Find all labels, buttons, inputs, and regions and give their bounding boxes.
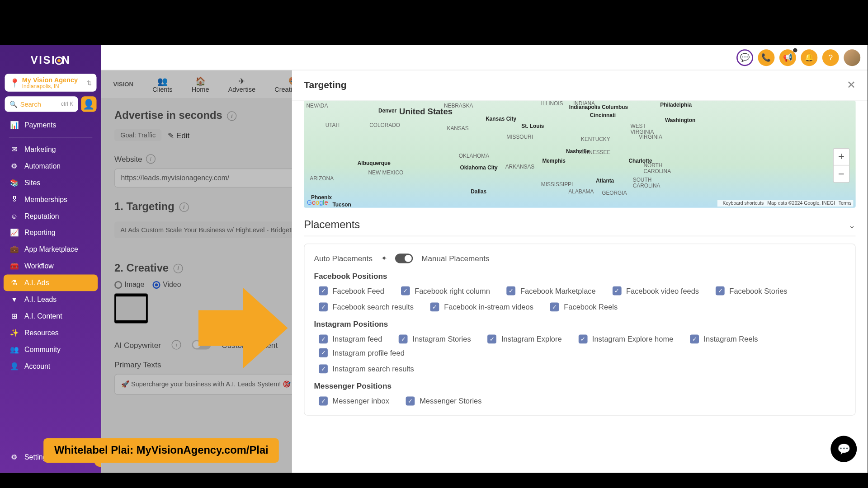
people-icon: 👥 [9, 345, 20, 353]
checkbox-ig-explore-home[interactable]: ✓Instagram Explore home [579, 335, 674, 344]
checkbox-ig-profile[interactable]: ✓Instagram profile feed [319, 348, 405, 357]
placements-title: Placements [304, 219, 360, 231]
checkbox-fb-instream[interactable]: ✓Facebook in-stream videos [430, 302, 533, 311]
search-shortcut: ctrl K [61, 101, 73, 107]
facebook-positions-title: Facebook Positions [314, 272, 846, 281]
chat-button[interactable]: 💬 [736, 49, 753, 66]
search-input[interactable]: 🔍 Search ctrl K [5, 96, 78, 112]
user-button[interactable]: 👤 [81, 96, 96, 112]
grid-icon: ⊞ [9, 312, 20, 320]
checkbox-fb-search[interactable]: ✓Facebook search results [319, 302, 414, 311]
whitelabel-banner: Whitelabel Plai: MyVisionAgency.com/Plai [43, 438, 279, 463]
nav-automation[interactable]: ⚙Automation [0, 158, 101, 174]
person-icon: 👤 [9, 362, 20, 370]
targeting-modal: Targeting ✕ United States Denver Kansas … [292, 70, 868, 473]
messenger-positions-title: Messenger Positions [314, 382, 846, 391]
question-icon: ? [829, 53, 833, 62]
logo: VISIN [0, 45, 101, 74]
megaphone-icon: 📢 [783, 53, 793, 62]
nav-resources[interactable]: ✨Resources [0, 324, 101, 341]
smile-icon: ☺ [9, 212, 20, 220]
gear-icon: ⚙ [9, 453, 20, 461]
chat-fab[interactable]: 💬 [830, 436, 857, 462]
nav-workflow[interactable]: 🧰Workflow [0, 258, 101, 275]
checkbox-fb-marketplace[interactable]: ✓Facebook Marketplace [507, 286, 596, 296]
nav-community[interactable]: 👥Community [0, 341, 101, 358]
chat-icon: 💬 [740, 53, 750, 62]
nav-payments[interactable]: 📊Payments [0, 117, 101, 133]
phone-icon: 📞 [761, 53, 771, 62]
checkbox-fb-right[interactable]: ✓Facebook right column [401, 286, 490, 296]
phone-button[interactable]: 📞 [758, 49, 774, 66]
envelope-icon: ✉ [9, 145, 20, 153]
notifications-button[interactable]: 🔔 [801, 49, 817, 66]
help-button[interactable]: ? [822, 49, 839, 66]
selector-arrows-icon: ⇅ [87, 80, 92, 86]
layers-icon: 📚 [9, 178, 20, 187]
chat-icon: 💬 [837, 442, 850, 455]
toolbox-icon: 🧰 [9, 262, 20, 270]
sparkle-icon: ✦ [381, 254, 387, 263]
nav-ai-content[interactable]: ⊞A.I. Content [0, 308, 101, 324]
modal-title: Targeting [304, 80, 347, 90]
search-icon: 🔍 [9, 100, 18, 108]
close-button[interactable]: ✕ [847, 79, 856, 92]
nav-marketplace[interactable]: 💼App Marketplace [0, 241, 101, 258]
checkbox-ig-explore[interactable]: ✓Instagram Explore [488, 335, 562, 344]
user-icon: 👤 [83, 99, 94, 110]
flask-icon: ⚗ [9, 279, 20, 287]
placements-toggle[interactable] [395, 253, 413, 263]
zoom-out-button[interactable]: − [834, 165, 849, 182]
map-attribution: Keyboard shortcutsMap data ©2024 Google,… [717, 200, 854, 206]
placements-panel: Auto Placements ✦ Manual Placements Face… [304, 244, 855, 416]
announce-button[interactable]: 📢 [779, 49, 796, 66]
wand-icon: ✨ [9, 328, 20, 337]
agency-location: Indianapolis, IN [22, 83, 87, 89]
checkbox-ig-search[interactable]: ✓Instagram search results [319, 364, 414, 373]
google-logo: Google [307, 199, 328, 206]
agency-selector[interactable]: 📍 My Vision Agency Indianapolis, IN ⇅ [5, 74, 97, 92]
nav-reporting[interactable]: 📈Reporting [0, 225, 101, 241]
agency-name: My Vision Agency [22, 76, 87, 84]
modal-overlay: Targeting ✕ United States Denver Kansas … [101, 70, 868, 473]
checkbox-fb-feed[interactable]: ✓Facebook Feed [319, 286, 384, 296]
briefcase-icon: 💼 [9, 245, 20, 253]
instagram-positions-title: Instagram Positions [314, 320, 846, 329]
share-icon: ⚙ [9, 162, 20, 170]
checkbox-msg-stories[interactable]: ✓Messenger Stories [406, 397, 482, 406]
avatar[interactable] [844, 49, 860, 66]
checkbox-ig-feed[interactable]: ✓Instagram feed [319, 335, 382, 344]
checkbox-ig-reels[interactable]: ✓Instagram Reels [690, 335, 758, 344]
pin-icon: 📍 [9, 78, 19, 87]
payments-icon: 📊 [9, 121, 20, 129]
chevron-down-icon[interactable]: ⌄ [849, 220, 856, 230]
search-placeholder: Search [20, 101, 41, 108]
zoom-in-button[interactable]: + [834, 149, 849, 165]
auto-placements-label: Auto Placements [314, 254, 373, 263]
map-zoom: + − [833, 148, 850, 183]
checkbox-ig-stories[interactable]: ✓Instagram Stories [399, 335, 471, 344]
nav-memberships[interactable]: 🎖Memberships [0, 191, 101, 208]
checkbox-fb-reels[interactable]: ✓Facebook Reels [550, 302, 618, 311]
sidebar: VISIN 📍 My Vision Agency Indianapolis, I… [0, 45, 101, 473]
nav-marketing[interactable]: ✉Marketing [0, 141, 101, 158]
map[interactable]: United States Denver Kansas City St. Lou… [304, 101, 855, 208]
badge-icon: 🎖 [9, 195, 20, 203]
checkbox-msg-inbox[interactable]: ✓Messenger inbox [319, 397, 389, 406]
nav-ai-ads[interactable]: ⚗A.I. Ads [4, 274, 98, 291]
nav-account[interactable]: 👤Account [0, 358, 101, 375]
chart-icon: 📈 [9, 229, 20, 237]
funnel-icon: ▼ [9, 296, 20, 304]
manual-placements-label: Manual Placements [421, 254, 489, 263]
nav-sites[interactable]: 📚Sites [0, 174, 101, 191]
checkbox-fb-video[interactable]: ✓Facebook video feeds [613, 286, 699, 296]
checkbox-fb-stories[interactable]: ✓Facebook Stories [716, 286, 788, 296]
nav-ai-leads[interactable]: ▼A.I. Leads [0, 291, 101, 308]
bell-icon: 🔔 [804, 53, 814, 62]
topbar: 💬 📞 📢 🔔 ? [101, 45, 868, 70]
nav-reputation[interactable]: ☺Reputation [0, 208, 101, 225]
